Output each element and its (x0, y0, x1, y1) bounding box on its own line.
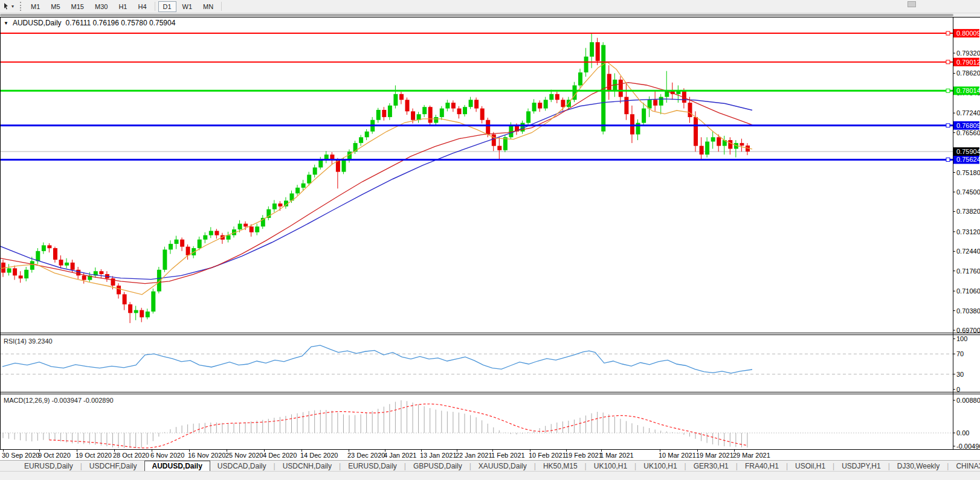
tab-usoil-h1[interactable]: USOil,H1 (788, 461, 833, 471)
svg-text:0.72440: 0.72440 (956, 248, 980, 255)
tab-eurusd-daily[interactable]: EURUSD,Daily (17, 461, 80, 471)
time-axis-label: 10 Mar 2021 (659, 452, 696, 459)
time-axis-label: 16 Nov 2020 (188, 452, 225, 459)
toolbar-separator (221, 2, 222, 11)
timeframe-button-h4[interactable]: H4 (133, 1, 151, 12)
svg-text:0.00: 0.00 (956, 429, 969, 437)
time-axis-label: 9 Oct 2020 (38, 452, 71, 459)
time-axis-label: 4 Jan 2021 (384, 452, 416, 459)
svg-text:0.76809: 0.76809 (956, 122, 980, 129)
tab-gbpusd-daily[interactable]: GBPUSD,Daily (406, 461, 469, 471)
svg-text:0.73120: 0.73120 (956, 228, 980, 235)
chart-symbol-period: AUDUSD,Daily (13, 19, 62, 27)
timeframe-button-m30[interactable]: M30 (90, 1, 112, 12)
svg-text:-0.004961: -0.004961 (956, 443, 980, 450)
time-axis-label: 29 Mar 2021 (733, 452, 770, 459)
svg-text:70: 70 (956, 350, 964, 357)
timeframe-button-m15[interactable]: M15 (66, 1, 89, 12)
chart-cursor-icon[interactable] (2, 2, 11, 11)
tab-china300-h1[interactable]: CHINA300,H1 (949, 461, 980, 471)
toolbar-separator (155, 2, 155, 11)
time-axis-label: 19 Mar 2021 (696, 452, 733, 459)
time-axis-label: 10 Feb 2021 (529, 452, 566, 459)
timeframe-button-d1[interactable]: D1 (158, 1, 176, 12)
svg-text:0.78014: 0.78014 (956, 87, 980, 94)
rsi-label: RSI(14) 39.2340 (4, 338, 53, 345)
svg-text:100: 100 (956, 335, 967, 342)
timeframe-button-m5[interactable]: M5 (46, 1, 65, 12)
timeframe-button-m1[interactable]: M1 (26, 1, 45, 12)
tab-usdjpy-h1[interactable]: USDJPY,H1 (834, 461, 888, 471)
chart-ohlc-values: 0.76111 0.76196 0.75780 0.75904 (66, 19, 176, 27)
svg-text:0.75180: 0.75180 (956, 169, 980, 176)
svg-text:0.80009: 0.80009 (956, 30, 980, 37)
svg-text:0.71760: 0.71760 (956, 267, 980, 275)
tab-hk50-m15[interactable]: HK50,M15 (536, 461, 585, 471)
time-axis[interactable]: 30 Sep 20209 Oct 202019 Oct 202028 Oct 2… (0, 450, 980, 460)
time-axis-label: 13 Jan 2021 (420, 452, 457, 459)
timeframe-button-w1[interactable]: W1 (178, 1, 198, 12)
svg-text:0.75624: 0.75624 (956, 156, 980, 163)
tab-usdchf-daily[interactable]: USDCHF,Daily (82, 461, 144, 471)
time-axis-label: 14 Dec 2020 (300, 452, 338, 459)
time-axis-label: 19 Feb 2021 (565, 452, 602, 459)
hscrollbar-thumb[interactable] (0, 14, 953, 16)
tab-xauusd-daily[interactable]: XAUUSD,Daily (471, 461, 534, 471)
time-axis-label: 1 Mar 2021 (600, 452, 634, 459)
cursor-dropdown-caret-icon[interactable]: ▾ (11, 4, 14, 9)
svg-text:0.008807: 0.008807 (956, 397, 980, 404)
chart-window: 0.793200.786200.779400.772400.765600.758… (0, 17, 980, 450)
time-axis-label: 19 Oct 2020 (76, 452, 112, 459)
tab-uk100-h1[interactable]: UK100,H1 (587, 461, 634, 471)
time-axis-label: 1 Feb 2021 (491, 452, 525, 459)
svg-text:0.75904: 0.75904 (956, 148, 980, 155)
svg-text:0.78620: 0.78620 (956, 69, 980, 77)
timeframe-button-mn[interactable]: MN (198, 1, 218, 12)
status-bar (0, 471, 980, 480)
tab-ger30-h1[interactable]: GER30,H1 (686, 461, 736, 471)
tab-uk100-h1[interactable]: UK100,H1 (636, 461, 684, 471)
tab-audusd-daily[interactable]: AUDUSD,Daily (144, 461, 210, 471)
tab-usdcad-daily[interactable]: USDCAD,Daily (210, 461, 274, 471)
svg-text:0.74500: 0.74500 (956, 188, 980, 196)
chart-title: ▼ AUDUSD,Daily 0.76111 0.76196 0.75780 0… (4, 19, 175, 27)
time-axis-label: 4 Dec 2020 (263, 452, 297, 459)
top-toolbar: ▾ M1M5M15M30H1H4D1W1MN (0, 0, 980, 13)
time-axis-label: 30 Sep 2020 (2, 452, 39, 459)
macd-label: MACD(12,26,9) -0.003947 -0.002890 (4, 397, 114, 404)
svg-text:30: 30 (956, 371, 964, 378)
collapse-caret-icon[interactable]: ▼ (4, 21, 8, 26)
tab-eurusd-daily[interactable]: EURUSD,Daily (341, 461, 404, 471)
timeframe-button-h1[interactable]: H1 (114, 1, 132, 12)
time-axis-label: 23 Dec 2020 (347, 452, 385, 459)
toolbar-endcap (907, 1, 916, 7)
svg-text:0.76560: 0.76560 (956, 129, 980, 136)
toolbar-grip[interactable] (20, 2, 22, 11)
svg-text:0.79320: 0.79320 (956, 50, 980, 57)
svg-text:0.79012: 0.79012 (956, 59, 980, 66)
time-axis-label: 25 Nov 2020 (225, 452, 263, 459)
time-axis-label: 6 Nov 2020 (150, 452, 184, 459)
time-axis-label: 28 Oct 2020 (113, 452, 149, 459)
time-axis-label: 22 Jan 2021 (456, 452, 492, 459)
tab-fra40-h1[interactable]: FRA40,H1 (738, 461, 786, 471)
svg-text:0.70380: 0.70380 (956, 307, 980, 315)
tab-dj30-weekly[interactable]: DJ30,Weekly (890, 461, 947, 471)
svg-text:0.73820: 0.73820 (956, 208, 980, 215)
tab-usdcnh-daily[interactable]: USDCNH,Daily (276, 461, 339, 471)
chart-tabs-bar: EURUSD,Daily|USDCHF,DailyAUDUSD,DailyUSD… (0, 460, 980, 471)
svg-text:0.77240: 0.77240 (956, 109, 980, 117)
chart-canvas[interactable]: 0.793200.786200.779400.772400.765600.758… (0, 17, 980, 450)
svg-text:0.71060: 0.71060 (956, 287, 980, 295)
